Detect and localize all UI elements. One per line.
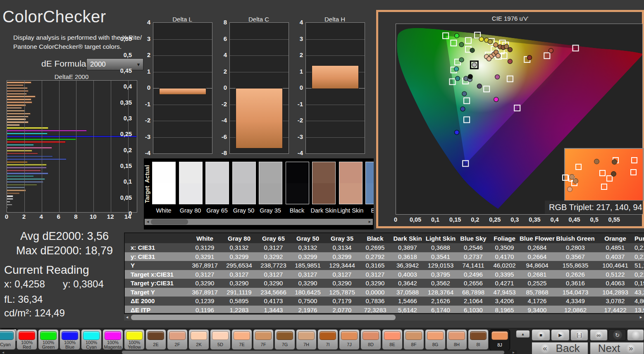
back-button[interactable]: « Back <box>532 342 588 354</box>
patch-button-100-cyan[interactable]: 100% Cyan <box>81 329 102 350</box>
description-line2: Pantone ColorChecker® target colors. <box>13 43 122 50</box>
scroll-up-button[interactable]: ▲ <box>516 330 530 338</box>
patch-button-2k[interactable]: 2K <box>188 329 209 350</box>
patch-color-chip <box>191 331 207 340</box>
patch-button-8g[interactable]: 8G <box>425 329 446 350</box>
patch-color-chip <box>255 331 272 340</box>
table-scrollbar[interactable]: ◄ ► <box>124 314 644 321</box>
max-de2000: Max dE2000: 18,79 <box>0 244 129 257</box>
scroll-left-icon[interactable]: ◄ <box>145 219 151 225</box>
table-cell: 154,0473 <box>555 289 596 296</box>
deltae-gridline <box>59 81 60 212</box>
patch-button-100-blue[interactable]: 100% Blue <box>60 329 80 350</box>
patch-button-2e[interactable]: 2E <box>145 329 166 350</box>
column-header: Dark Skin <box>391 235 424 242</box>
scroll-right-icon[interactable]: ► <box>510 349 517 354</box>
deltae-bar <box>7 130 87 132</box>
refresh-icon: ↻ <box>615 332 620 338</box>
step-range-button[interactable]: [··] <box>570 329 588 341</box>
blank-button[interactable] <box>627 329 644 341</box>
patch-button-8d[interactable]: 8D <box>360 329 381 350</box>
patch-label: 7G <box>282 340 288 349</box>
column-header: Black <box>359 235 391 242</box>
patch-scrollbar[interactable]: ◄ ► <box>0 350 517 354</box>
stop-button[interactable]: ■ <box>532 329 550 341</box>
measured-point-marker <box>508 59 512 64</box>
swatch-scrollbar[interactable]: ◄► <box>145 219 373 225</box>
patch-label: 7H <box>303 340 309 349</box>
patch-button-7h[interactable]: 7H <box>296 329 317 350</box>
deltae-bar <box>7 84 24 86</box>
patch-button-7j[interactable]: 7J <box>339 329 360 350</box>
play-button[interactable]: ▶ <box>551 329 570 341</box>
deltae-bar <box>7 187 25 189</box>
patch-button-cyan[interactable]: Cyan <box>0 329 16 350</box>
table-cell: 0,2684 <box>520 244 555 251</box>
table-cell: 0,7836 <box>359 297 391 304</box>
scroll-right-icon[interactable]: ► <box>367 219 373 225</box>
swatch-scroll-thumb[interactable] <box>151 219 188 225</box>
deltae-bar <box>7 90 29 92</box>
patch-button-7i[interactable]: 7I <box>317 329 338 350</box>
deltae-gridline <box>93 81 94 212</box>
swatch-target <box>286 183 309 204</box>
patch-button-7f[interactable]: 7F <box>253 329 274 350</box>
patch-button-8i[interactable]: 8I <box>468 329 489 350</box>
patch-color-chip <box>277 331 293 340</box>
column-header: Orange <box>596 235 634 242</box>
table-cell: 6,1740 <box>424 306 457 313</box>
patch-button-8j[interactable]: 8J <box>489 329 510 351</box>
de-formula-label: dE Formula: <box>41 59 88 69</box>
bracket-icon: [··] <box>577 333 582 337</box>
delta-y-tick: 8 <box>215 19 227 26</box>
cie-y-tick: 0,2 <box>118 147 132 153</box>
patch-label: 100% Red <box>17 340 37 349</box>
refresh-button[interactable]: ↻ <box>608 329 626 341</box>
patch-button-7g[interactable]: 7G <box>274 329 295 350</box>
delta-y-tick: 4 <box>215 51 227 58</box>
patch-button-100-yellow[interactable]: 100% Yellow <box>124 329 145 350</box>
deltae-bar <box>7 104 26 106</box>
row-label: ΔE 2000 <box>125 297 188 304</box>
swatch-label: Black <box>282 207 312 214</box>
table-cell: 0,3127 <box>325 271 359 278</box>
deltae-bar <box>7 178 45 180</box>
table-cell: 0,0000 <box>359 289 391 296</box>
patch-label: 8H <box>454 340 460 349</box>
patch-button-8f[interactable]: 8F <box>403 329 424 350</box>
scroll-left-icon[interactable]: ◄ <box>0 349 6 354</box>
scroll-right-icon[interactable]: ► <box>638 314 644 321</box>
table-cell: 0,2681 <box>520 271 555 278</box>
table-scroll-thumb[interactable] <box>131 315 396 320</box>
patch-button-100-green[interactable]: 100% Green <box>38 329 59 350</box>
patch-button-5d[interactable]: 5D <box>210 329 231 350</box>
patch-label: 2K <box>196 340 201 349</box>
loop-button[interactable]: ∞ <box>590 329 608 341</box>
table-cell: 128,3764 <box>424 289 457 296</box>
delta-y-tick: 6 <box>215 35 227 42</box>
table-cell: 2,1064 <box>457 297 489 304</box>
swatch-target <box>206 183 229 204</box>
patch-color-chip <box>384 331 401 340</box>
scroll-left-icon[interactable]: ◄ <box>124 314 130 321</box>
inset-measured-point <box>611 171 616 177</box>
swatch-actual <box>179 162 202 183</box>
table-cell: 3,0782 <box>596 297 634 304</box>
delta-chart-title: Delta H <box>305 16 364 23</box>
patch-button-2f[interactable]: 2F <box>167 329 188 350</box>
de-formula-dropdown[interactable]: 2000 ▼ <box>86 58 143 70</box>
table-cell: 0,2626 <box>555 271 596 278</box>
patch-button-100-red[interactable]: 100% Red <box>17 329 37 350</box>
patch-button-100-magenta[interactable]: 100% Magenta <box>103 329 123 350</box>
patch-scroll-thumb[interactable] <box>122 351 504 354</box>
inset-target-square <box>630 169 637 175</box>
table-cell: 0,2792 <box>359 253 391 260</box>
deltae-bar <box>7 107 22 109</box>
next-button[interactable]: Next » <box>590 342 644 354</box>
column-header: Light Skin <box>424 235 457 242</box>
patch-button-8e[interactable]: 8E <box>382 329 403 350</box>
patch-button-7e[interactable]: 7E <box>231 329 252 350</box>
patch-button-8h[interactable]: 8H <box>446 329 467 350</box>
delta-gridline <box>306 105 365 105</box>
deltae-bar <box>7 155 53 158</box>
